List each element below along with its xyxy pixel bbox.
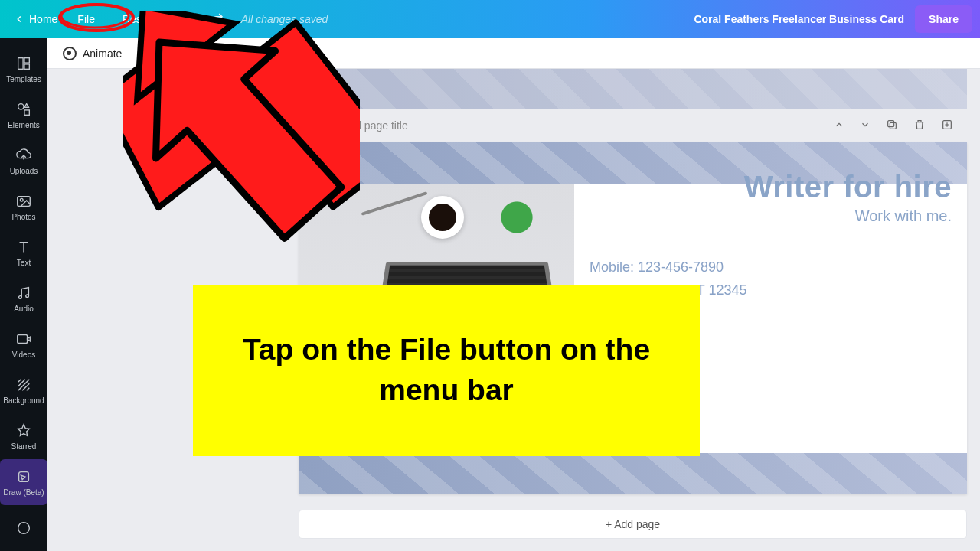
page-title-input[interactable]: Add page title: [342, 119, 408, 132]
svg-point-16: [61, 5, 129, 28]
share-button[interactable]: Share: [915, 5, 972, 33]
card-subheadline[interactable]: Work with me.: [590, 207, 952, 225]
prev-page-strip[interactable]: [299, 69, 967, 109]
top-menu-bar: Home File Resize All changes saved Coral…: [0, 0, 980, 38]
sidebar-item-more[interactable]: [0, 505, 47, 551]
svg-point-7: [19, 295, 22, 298]
chevron-down-icon: [860, 119, 871, 130]
svg-rect-12: [890, 122, 896, 129]
sidebar-item-templates[interactable]: Templates: [0, 46, 47, 92]
animate-icon: [63, 47, 77, 60]
svg-rect-1: [24, 57, 29, 62]
chevron-up-icon: [834, 119, 844, 130]
svg-rect-2: [24, 64, 29, 68]
save-status: All changes saved: [241, 13, 328, 25]
svg-point-11: [18, 523, 30, 534]
svg-rect-9: [18, 334, 28, 343]
sidebar-item-draw[interactable]: Draw (Beta): [0, 459, 47, 505]
sidebar-item-elements[interactable]: Elements: [0, 92, 47, 138]
annotation-circle: [57, 2, 136, 34]
page-header: Page 2 - Add page title: [299, 109, 967, 142]
undo-icon: [178, 11, 192, 25]
add-page-bar[interactable]: + Add page: [299, 510, 967, 539]
copy-icon: [886, 119, 898, 131]
delete-page-button[interactable]: [906, 119, 933, 133]
card-bottom-border: [299, 453, 967, 494]
svg-point-3: [18, 103, 24, 109]
svg-rect-5: [18, 196, 31, 206]
sidebar-item-background[interactable]: Background: [0, 367, 47, 413]
svg-rect-13: [888, 120, 894, 126]
chevron-left-icon: [14, 14, 24, 24]
page-number: Page 2: [305, 119, 338, 132]
move-down-button[interactable]: [852, 119, 878, 132]
back-button[interactable]: Home: [8, 13, 64, 25]
sidebar-item-videos[interactable]: Videos: [0, 321, 47, 367]
sidebar-item-uploads[interactable]: Uploads: [0, 138, 47, 184]
annotation-callout: Tap on the File button on the menu bar: [193, 285, 700, 456]
duplicate-page-button[interactable]: [878, 119, 906, 133]
context-toolbar: Animate: [47, 38, 980, 69]
plus-box-icon: [941, 119, 953, 131]
animate-button[interactable]: Animate: [63, 47, 122, 60]
card-headline[interactable]: Writer for hire: [590, 170, 952, 204]
home-label: Home: [29, 13, 57, 25]
move-up-button[interactable]: [826, 119, 852, 132]
trash-icon: [913, 119, 926, 131]
redo-button[interactable]: [201, 11, 234, 28]
undo-button[interactable]: [169, 11, 201, 28]
sidebar-item-starred[interactable]: Starred: [0, 413, 47, 459]
redo-icon: [211, 11, 224, 25]
left-sidebar: Templates Elements Uploads Photos Text A…: [0, 38, 47, 551]
svg-point-8: [26, 294, 29, 297]
sidebar-item-audio[interactable]: Audio: [0, 276, 47, 321]
svg-rect-0: [18, 57, 23, 69]
svg-rect-4: [24, 109, 29, 114]
design-title[interactable]: Coral Feathers Freelancer Business Card: [694, 13, 904, 25]
svg-point-6: [20, 198, 23, 201]
add-page-button[interactable]: [933, 119, 961, 133]
sidebar-item-text[interactable]: Text: [0, 230, 47, 276]
sidebar-item-photos[interactable]: Photos: [0, 184, 47, 230]
